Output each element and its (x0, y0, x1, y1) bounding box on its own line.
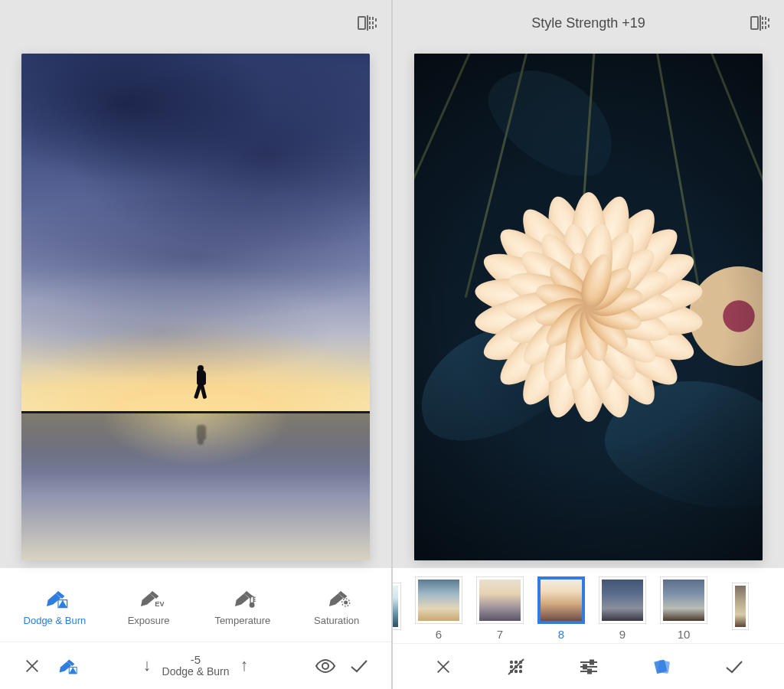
tool-saturation[interactable]: Saturation (289, 587, 384, 626)
tool-label: Saturation (314, 615, 359, 626)
style-thumb-label: 8 (558, 628, 564, 641)
tool-exposure[interactable]: EV Exposure (102, 587, 196, 626)
tool-temperature[interactable]: Temperature (196, 587, 290, 626)
style-thumb-8[interactable]: 8 (538, 577, 584, 641)
bottombar-right (393, 643, 784, 689)
cancel-button[interactable] (425, 648, 462, 685)
slider-value: -5 (191, 654, 201, 667)
svg-point-22 (322, 663, 328, 669)
mask-off-icon[interactable] (498, 648, 534, 685)
svg-point-42 (514, 670, 517, 672)
svg-text:EV: EV (155, 600, 164, 608)
style-thumb-7[interactable]: 7 (477, 577, 523, 641)
svg-rect-23 (751, 17, 758, 29)
topbar-left (0, 0, 391, 46)
preview-icon[interactable] (309, 649, 342, 683)
cancel-button[interactable] (15, 649, 49, 683)
svg-point-43 (519, 670, 521, 672)
svg-point-13 (250, 602, 254, 607)
styles-icon[interactable] (643, 648, 680, 685)
svg-rect-0 (358, 17, 365, 29)
phone-right: Style Strength +19 (391, 0, 784, 689)
slider-label: Dodge & Burn (162, 666, 230, 678)
svg-rect-46 (590, 660, 593, 664)
topbar-right: Style Strength +19 (393, 0, 784, 46)
arrow-up-icon[interactable]: ↑ (240, 655, 248, 675)
svg-point-36 (514, 661, 517, 663)
svg-rect-50 (588, 669, 591, 673)
style-thumb-6[interactable]: 6 (416, 577, 462, 641)
style-thumb-10[interactable]: 10 (661, 577, 707, 641)
topbar-title-right: Style Strength +19 (531, 15, 645, 31)
bottombar-left: ↓ -5 Dodge & Burn ↑ (0, 642, 391, 689)
canvas-wrap-right (393, 46, 784, 568)
accept-button[interactable] (342, 649, 376, 683)
brush-tool-row: Dodge & Burn EV Exposure Temperature Sat… (0, 568, 391, 642)
tool-label: Dodge & Burn (24, 615, 87, 626)
active-brush-icon[interactable] (49, 649, 83, 683)
svg-rect-48 (583, 665, 586, 668)
photo-canvas-right[interactable] (414, 54, 763, 560)
style-thumb-row[interactable]: 678910 (393, 568, 784, 643)
style-thumb-label: 10 (678, 628, 691, 641)
compare-icon[interactable] (358, 14, 377, 32)
svg-point-35 (510, 661, 512, 663)
slider-readout[interactable]: ↓ -5 Dodge & Burn ↑ (83, 654, 309, 678)
svg-point-18 (344, 601, 347, 604)
photo-canvas-left[interactable] (21, 54, 370, 560)
compare-icon[interactable] (750, 14, 770, 32)
arrow-down-icon[interactable]: ↓ (143, 655, 152, 675)
accept-button[interactable] (716, 648, 753, 685)
canvas-wrap-left (0, 46, 391, 568)
phone-left: Dodge & Burn EV Exposure Temperature Sat… (0, 0, 391, 689)
subject-silhouette (192, 365, 209, 402)
style-thumb-label: 9 (619, 628, 626, 641)
tool-label: Temperature (214, 615, 270, 626)
tool-label: Exposure (128, 615, 170, 626)
style-thumb-9[interactable]: 9 (599, 577, 645, 641)
svg-point-40 (519, 665, 521, 668)
sliders-icon[interactable] (570, 648, 607, 685)
svg-point-38 (510, 665, 512, 668)
style-thumb-label: 6 (436, 628, 442, 641)
style-thumb-label: 7 (497, 628, 503, 641)
tool-dodge-burn[interactable]: Dodge & Burn (8, 587, 102, 626)
